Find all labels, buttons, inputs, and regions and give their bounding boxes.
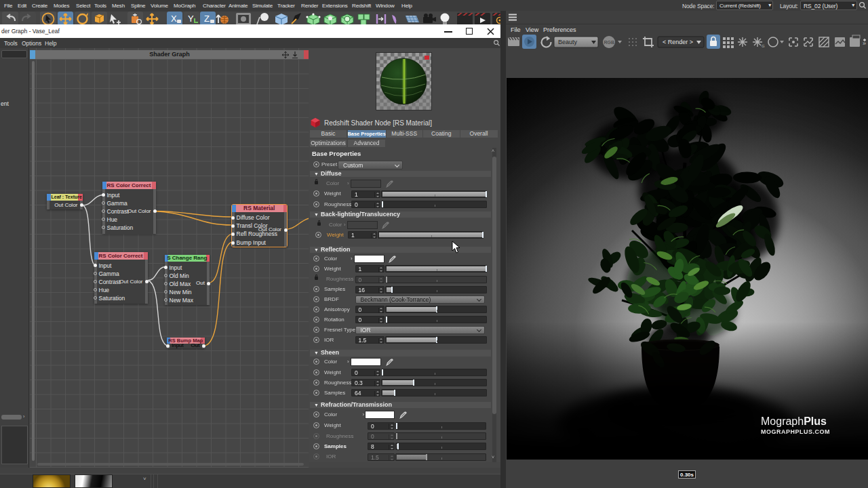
- svg-text:G: G: [762, 44, 765, 48]
- svg-text:RGB: RGB: [604, 40, 615, 45]
- svg-text:Y: Y: [188, 14, 194, 24]
- svg-text:Z: Z: [204, 14, 210, 24]
- svg-text:X: X: [171, 14, 177, 24]
- svg-text:»: »: [863, 40, 866, 47]
- svg-text:Beauty: Beauty: [558, 39, 578, 45]
- svg-text:< Render >: < Render >: [663, 39, 693, 45]
